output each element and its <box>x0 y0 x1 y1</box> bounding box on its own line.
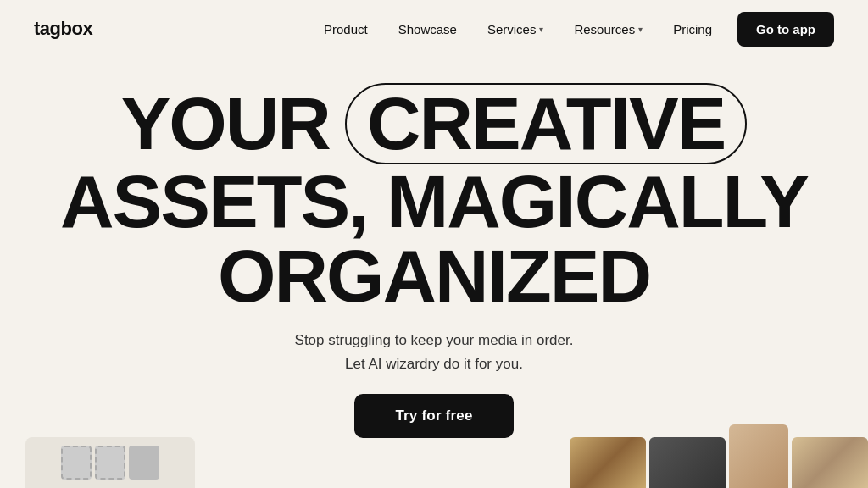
nav-item-showcase[interactable]: Showcase <box>387 15 469 43</box>
nav-link-services[interactable]: Services ▾ <box>476 15 556 43</box>
photo-thumbnail-1 <box>570 437 646 488</box>
go-to-app-button[interactable]: Go to app <box>737 12 834 47</box>
bottom-left-thumbnails <box>25 437 195 488</box>
photo-thumbnail-4 <box>792 437 868 488</box>
hero-subtitle-line1: Stop struggling to keep your media in or… <box>295 332 574 348</box>
hero-title-line1: YOUR CREATIVE <box>34 83 834 164</box>
hero-subtitle-line2: Let AI wizardry do it for you. <box>345 356 523 372</box>
bottom-strip <box>0 429 868 488</box>
thumbnail-placeholder-1 <box>61 446 92 480</box>
nav-link-product[interactable]: Product <box>312 15 380 43</box>
hero-section: YOUR CREATIVE ASSETS, MAGICALLY ORGANIZE… <box>0 58 868 455</box>
nav-link-showcase[interactable]: Showcase <box>387 15 469 43</box>
nav-item-pricing[interactable]: Pricing <box>661 15 724 43</box>
thumbnail-placeholder-2 <box>95 446 125 480</box>
hero-title-your: YOUR <box>121 86 330 161</box>
logo[interactable]: tagbox <box>34 18 92 40</box>
hero-subtitle: Stop struggling to keep your media in or… <box>34 329 834 374</box>
nav-item-services[interactable]: Services ▾ <box>476 15 556 43</box>
nav-item-resources[interactable]: Resources ▾ <box>562 15 654 43</box>
chevron-down-icon: ▾ <box>638 25 643 34</box>
hero-title-line2: ASSETS, MAGICALLY <box>34 164 834 239</box>
hero-title-line3: ORGANIZED <box>34 239 834 313</box>
nav-item-product[interactable]: Product <box>312 15 380 43</box>
chevron-down-icon: ▾ <box>539 25 543 34</box>
photo-thumbnail-2 <box>649 437 726 488</box>
nav-links: Product Showcase Services ▾ Resources ▾ … <box>312 15 724 43</box>
photo-thumbnail-3 <box>729 424 788 488</box>
hero-title: YOUR CREATIVE ASSETS, MAGICALLY ORGANIZE… <box>34 83 834 313</box>
bottom-right-photos <box>570 424 868 488</box>
nav-link-resources[interactable]: Resources ▾ <box>562 15 654 43</box>
nav-link-pricing[interactable]: Pricing <box>661 15 724 43</box>
thumbnail-placeholder-3 <box>129 446 159 480</box>
navbar: tagbox Product Showcase Services ▾ Resou… <box>0 0 868 58</box>
hero-title-creative: CREATIVE <box>345 83 747 164</box>
